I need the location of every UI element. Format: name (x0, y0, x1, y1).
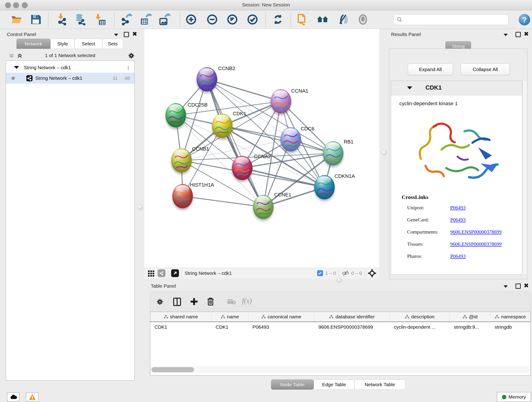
network-edge-CCNE1-HIST1H1A[interactable] (183, 196, 263, 207)
network-canvas[interactable]: CCNB2 CCNA1 CDC25B CDK1 CDC6 RB1 (144, 29, 379, 268)
protein-expander-icon[interactable] (407, 86, 412, 89)
tab-network-table[interactable]: Network Table (355, 380, 405, 390)
zoom-selected-icon[interactable] (247, 13, 259, 26)
tab-style[interactable]: Style (51, 39, 75, 49)
zoom-in-icon[interactable] (185, 13, 197, 26)
column-header-database-identifier[interactable]: database identifier (314, 312, 390, 322)
right-splitter[interactable] (379, 29, 389, 278)
import-table-file-icon[interactable] (94, 13, 106, 26)
collection-expander-icon[interactable] (14, 66, 19, 69)
network-node-RB1[interactable] (323, 141, 343, 166)
export-network-icon[interactable] (120, 13, 133, 26)
column-header-canonical-name[interactable]: canonical name (248, 312, 314, 322)
column-header-name[interactable]: name (211, 312, 248, 322)
network-edge-CCNE1-CCNB2[interactable] (207, 79, 263, 207)
help-button[interactable]: ? (519, 14, 530, 26)
results-panel-menu-icon[interactable] (504, 33, 508, 37)
home-views-icon[interactable] (317, 13, 329, 26)
tab-select[interactable]: Select (75, 39, 102, 49)
table-panel-close-icon[interactable]: ✖ (524, 284, 529, 288)
import-network-file-icon[interactable] (56, 13, 68, 26)
open-session-icon[interactable] (11, 13, 22, 26)
table-settings-gear-icon[interactable] (156, 298, 164, 306)
table-cell[interactable]: stringdb:9... (450, 322, 491, 332)
zoom-out-icon[interactable] (206, 13, 218, 26)
select-columns-icon[interactable] (173, 298, 181, 306)
table-panel-float-icon[interactable] (515, 283, 521, 289)
column-header-shared-name[interactable]: shared name (150, 312, 211, 322)
horizontal-splitter-handle[interactable] (337, 278, 342, 283)
network-node-CCNE1[interactable] (253, 195, 273, 219)
zoom-fit-icon[interactable] (226, 13, 238, 26)
search-input[interactable] (403, 17, 502, 23)
column-header--id[interactable]: @id (450, 312, 491, 322)
table-hscrollbar[interactable] (151, 366, 530, 373)
network-edge-CDKN1A-CCNA2[interactable] (242, 168, 324, 187)
network-node-CCNA2[interactable] (232, 156, 253, 180)
tab-node-table[interactable]: Node Table (271, 380, 314, 390)
export-image-icon[interactable] (159, 13, 171, 26)
network-node-CCNB2[interactable] (196, 67, 217, 91)
table-cell[interactable]: P06493 (248, 322, 314, 332)
birdseye-grid-icon[interactable] (147, 269, 155, 277)
network-collection-row[interactable]: String Network – cdk1 1 (6, 63, 134, 72)
table-cell[interactable]: CDK1 (150, 322, 211, 332)
cloud-status-button[interactable] (7, 392, 20, 402)
control-panel-menu-icon[interactable] (114, 33, 118, 37)
network-row-selected[interactable]: String Network – cdk1 11 48 (6, 73, 134, 84)
crosslink-value-link[interactable]: P06493 (450, 205, 466, 211)
network-options-gear-icon[interactable] (128, 52, 135, 59)
table-cell[interactable]: cyclin-dependent ... (390, 322, 450, 332)
crosslink-value-link[interactable]: 9606.ENSP00000378699 (450, 241, 501, 247)
show-annotations-icon[interactable] (357, 13, 369, 26)
table-cell[interactable]: 9606.ENSP00000378699 (314, 322, 390, 332)
open-in-window-icon[interactable] (171, 269, 179, 277)
results-panel-close-icon[interactable]: ✖ (524, 32, 529, 36)
protein-header-row[interactable]: CDK1 (391, 81, 522, 95)
save-session-icon[interactable] (30, 13, 42, 26)
collapse-all-button[interactable]: Collapse All (461, 64, 510, 75)
table-panel-menu-icon[interactable] (504, 285, 508, 289)
export-table-icon[interactable] (140, 13, 152, 26)
column-header-namespace[interactable]: namespace (491, 312, 530, 322)
crosslink-value-link[interactable]: 9606.ENSP00000378699 (450, 229, 501, 235)
crosslink-value-link[interactable]: P06493 (450, 253, 466, 259)
expand-all-button[interactable]: Expand All (408, 64, 453, 75)
network-node-CDC6[interactable] (280, 127, 301, 152)
network-node-CDC25B[interactable] (165, 103, 186, 128)
crosslink-value-link[interactable]: P06493 (450, 217, 466, 223)
column-header-description[interactable]: description (390, 312, 450, 322)
tab-network[interactable]: Network (17, 39, 51, 49)
memory-button[interactable]: Memory (497, 392, 531, 402)
table-cell[interactable]: CDK1 (211, 322, 248, 332)
add-column-icon[interactable] (190, 297, 198, 306)
network-node-CCNB1[interactable] (171, 148, 192, 172)
network-node-CCNA1[interactable] (271, 89, 291, 114)
network-share-icon[interactable] (158, 269, 165, 277)
import-network-database-icon[interactable] (74, 13, 86, 26)
network-edge-CDC25B-CDC6[interactable] (176, 115, 291, 139)
tab-edge-table[interactable]: Edge Table (314, 380, 355, 390)
refresh-icon[interactable] (272, 13, 284, 26)
hide-annotations-icon[interactable] (336, 13, 348, 26)
network-node-CDK1[interactable] (212, 114, 233, 138)
function-builder-icon[interactable]: f(x) (242, 297, 252, 305)
warning-status-button[interactable] (26, 392, 39, 402)
search-box[interactable] (394, 14, 509, 25)
table-row[interactable]: CDK1CDK1P064939606.ENSP00000378699cyclin… (150, 322, 530, 332)
control-panel-float-icon[interactable] (124, 32, 129, 37)
network-edge-CCNB2-CCNA1[interactable] (207, 79, 281, 101)
tab-sets[interactable]: Sets (102, 39, 123, 49)
results-scrollbar[interactable] (523, 81, 527, 274)
results-panel-float-icon[interactable] (515, 32, 521, 37)
delete-table-icon[interactable] (227, 299, 236, 305)
hidden-eye-slash-icon[interactable] (342, 270, 349, 277)
delete-column-icon[interactable] (207, 297, 215, 306)
right-splitter-handle[interactable] (381, 150, 387, 155)
left-splitter-handle[interactable] (138, 204, 143, 210)
selected-checkbox-icon[interactable] (317, 270, 323, 276)
left-splitter[interactable] (137, 29, 144, 278)
clone-network-icon[interactable] (296, 13, 308, 26)
network-node-CDKN1A[interactable] (314, 175, 335, 199)
table-hscrollbar-thumb[interactable] (152, 367, 194, 372)
